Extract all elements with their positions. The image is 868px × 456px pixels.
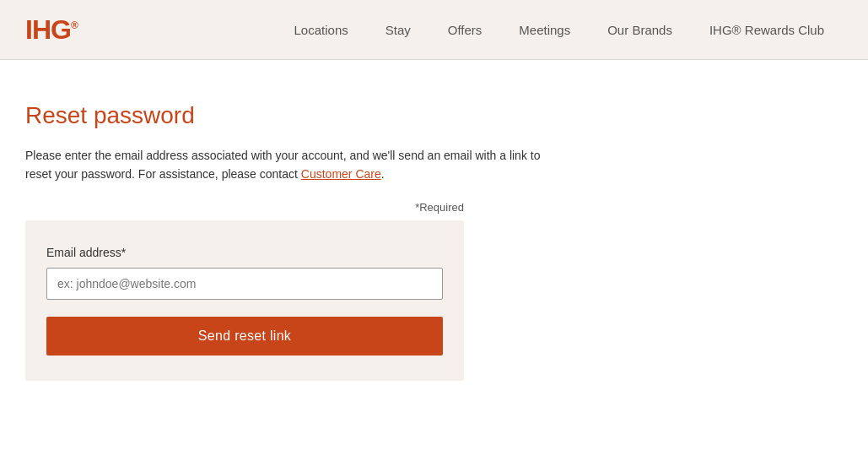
- logo-sup: ®: [71, 19, 78, 31]
- nav-locations[interactable]: Locations: [276, 23, 367, 37]
- header: IHG® Locations Stay Offers Meetings Our …: [0, 0, 868, 60]
- send-reset-link-button[interactable]: Send reset link: [46, 317, 443, 356]
- email-label: Email address*: [46, 246, 443, 259]
- required-note: *Required: [25, 201, 464, 214]
- page-title: Reset password: [25, 102, 565, 129]
- description-text: Please enter the email address associate…: [25, 146, 565, 184]
- main-nav: Locations Stay Offers Meetings Our Brand…: [276, 23, 843, 37]
- nav-rewards-club[interactable]: IHG® Rewards Club: [691, 23, 843, 37]
- nav-stay[interactable]: Stay: [367, 23, 429, 37]
- description-part2: .: [381, 167, 385, 181]
- nav-meetings[interactable]: Meetings: [500, 23, 589, 37]
- logo-text: IHG: [25, 14, 71, 45]
- reset-form-card: Email address* Send reset link: [25, 220, 464, 381]
- customer-care-link[interactable]: Customer Care: [301, 167, 381, 181]
- nav-offers[interactable]: Offers: [429, 23, 501, 37]
- description-part1: Please enter the email address associate…: [25, 149, 540, 181]
- email-input[interactable]: [46, 268, 443, 300]
- main-content: Reset password Please enter the email ad…: [0, 60, 590, 406]
- nav-our-brands[interactable]: Our Brands: [589, 23, 691, 37]
- ihg-logo[interactable]: IHG®: [25, 16, 78, 43]
